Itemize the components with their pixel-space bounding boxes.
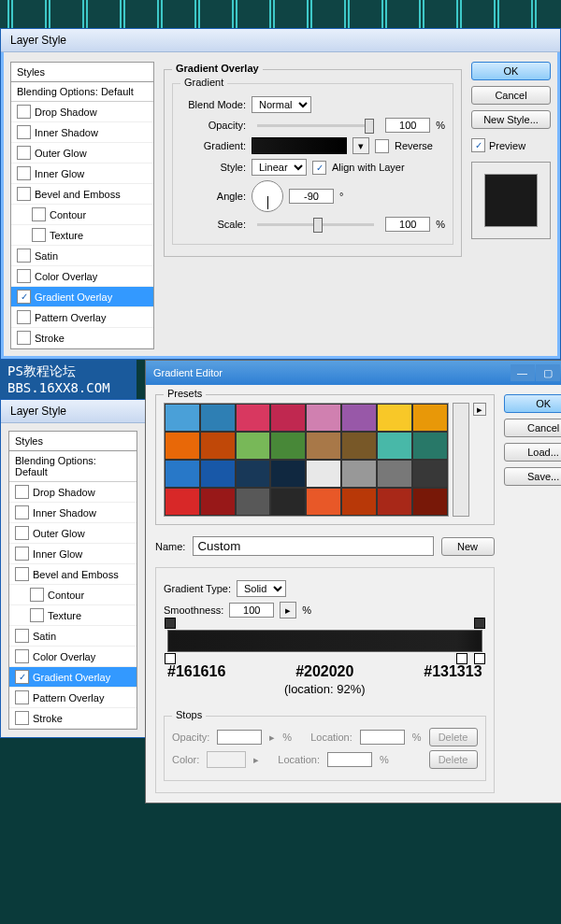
blend-mode-select[interactable]: Normal bbox=[252, 96, 311, 113]
gradient-preview[interactable] bbox=[252, 137, 347, 154]
style-checkbox[interactable] bbox=[15, 567, 29, 581]
style-item-inner-shadow[interactable]: Inner Shadow bbox=[9, 503, 137, 523]
style-checkbox[interactable] bbox=[15, 649, 29, 663]
load-button[interactable]: Load... bbox=[504, 443, 561, 462]
style-item-inner-shadow[interactable]: Inner Shadow bbox=[11, 122, 153, 143]
styles-header[interactable]: Styles bbox=[11, 63, 153, 82]
blending-options[interactable]: Blending Options: Default bbox=[9, 451, 137, 482]
preset-swatch[interactable] bbox=[165, 488, 200, 516]
preset-swatch[interactable] bbox=[165, 460, 200, 488]
opacity-stop-left[interactable] bbox=[165, 618, 176, 629]
angle-input[interactable] bbox=[289, 189, 334, 204]
preset-swatch[interactable] bbox=[412, 460, 448, 488]
preset-swatch[interactable] bbox=[412, 404, 448, 432]
style-item-satin[interactable]: Satin bbox=[9, 626, 137, 647]
preset-swatch[interactable] bbox=[270, 404, 306, 432]
preset-swatch[interactable] bbox=[236, 432, 271, 460]
scale-input[interactable] bbox=[385, 217, 430, 232]
style-item-drop-shadow[interactable]: Drop Shadow bbox=[9, 482, 137, 503]
preset-swatch[interactable] bbox=[236, 488, 271, 516]
style-item-gradient-overlay[interactable]: ✓Gradient Overlay bbox=[11, 287, 153, 307]
preset-swatch[interactable] bbox=[341, 404, 377, 432]
opacity-slider[interactable] bbox=[257, 124, 374, 127]
preset-swatch[interactable] bbox=[306, 404, 341, 432]
minimize-icon[interactable]: — bbox=[511, 364, 535, 381]
preset-swatch[interactable] bbox=[306, 432, 341, 460]
opacity-input[interactable] bbox=[385, 118, 430, 133]
preview-checkbox[interactable]: ✓ bbox=[471, 138, 485, 152]
maximize-icon[interactable]: ▢ bbox=[536, 364, 560, 381]
style-checkbox[interactable] bbox=[15, 505, 29, 519]
style-checkbox[interactable] bbox=[17, 310, 31, 324]
style-item-satin[interactable]: Satin bbox=[11, 246, 153, 266]
style-checkbox[interactable] bbox=[15, 629, 29, 643]
preset-swatch[interactable] bbox=[341, 432, 377, 460]
style-item-outer-glow[interactable]: Outer Glow bbox=[9, 523, 137, 544]
style-item-texture[interactable]: Texture bbox=[11, 225, 153, 246]
style-checkbox[interactable] bbox=[17, 166, 31, 180]
preset-swatch[interactable] bbox=[165, 404, 200, 432]
preset-swatch[interactable] bbox=[306, 488, 341, 516]
preset-swatch[interactable] bbox=[200, 432, 236, 460]
style-item-bevel-and-emboss[interactable]: Bevel and Emboss bbox=[9, 564, 137, 585]
style-select[interactable]: Linear bbox=[252, 159, 307, 176]
preset-swatch[interactable] bbox=[377, 432, 412, 460]
styles-header[interactable]: Styles bbox=[9, 432, 137, 451]
style-item-contour[interactable]: Contour bbox=[11, 205, 153, 225]
style-checkbox[interactable] bbox=[17, 269, 31, 283]
preset-swatch[interactable] bbox=[200, 488, 236, 516]
style-item-stroke[interactable]: Stroke bbox=[11, 328, 153, 348]
gradient-dropdown-icon[interactable]: ▾ bbox=[352, 137, 369, 154]
reverse-checkbox[interactable] bbox=[375, 139, 389, 153]
style-item-gradient-overlay[interactable]: ✓Gradient Overlay bbox=[9, 667, 137, 688]
preset-swatch[interactable] bbox=[270, 432, 306, 460]
style-checkbox[interactable] bbox=[15, 690, 29, 704]
blending-options[interactable]: Blending Options: Default bbox=[11, 82, 153, 102]
style-checkbox[interactable] bbox=[17, 105, 31, 119]
style-item-inner-glow[interactable]: Inner Glow bbox=[9, 544, 137, 564]
style-checkbox[interactable]: ✓ bbox=[15, 670, 29, 684]
opacity-stop-right[interactable] bbox=[474, 618, 485, 629]
preset-swatch[interactable] bbox=[377, 404, 412, 432]
style-checkbox[interactable] bbox=[30, 588, 44, 602]
gradient-bar[interactable] bbox=[167, 630, 482, 652]
cancel-button[interactable]: Cancel bbox=[504, 419, 561, 437]
style-checkbox[interactable]: ✓ bbox=[17, 290, 31, 304]
style-checkbox[interactable] bbox=[17, 331, 31, 345]
preset-swatch[interactable] bbox=[270, 488, 306, 516]
style-item-color-overlay[interactable]: Color Overlay bbox=[9, 647, 137, 667]
preset-swatch[interactable] bbox=[270, 460, 306, 488]
preset-menu-icon[interactable]: ▸ bbox=[473, 403, 486, 416]
preset-swatch[interactable] bbox=[200, 404, 236, 432]
style-checkbox[interactable] bbox=[17, 146, 31, 160]
preset-swatch[interactable] bbox=[412, 488, 448, 516]
style-checkbox[interactable] bbox=[17, 125, 31, 139]
preset-swatch[interactable] bbox=[306, 460, 341, 488]
preset-swatch[interactable] bbox=[200, 460, 236, 488]
scale-slider[interactable] bbox=[257, 223, 374, 226]
style-checkbox[interactable] bbox=[15, 547, 29, 561]
new-style-button[interactable]: New Style... bbox=[471, 110, 551, 129]
smoothness-input[interactable] bbox=[229, 603, 274, 618]
style-checkbox[interactable] bbox=[15, 485, 29, 499]
angle-wheel[interactable] bbox=[252, 180, 283, 212]
style-item-pattern-overlay[interactable]: Pattern Overlay bbox=[11, 307, 153, 328]
style-item-color-overlay[interactable]: Color Overlay bbox=[11, 266, 153, 287]
preset-scrollbar[interactable] bbox=[453, 403, 469, 517]
preset-swatch[interactable] bbox=[236, 404, 271, 432]
style-item-bevel-and-emboss[interactable]: Bevel and Emboss bbox=[11, 184, 153, 205]
name-input[interactable] bbox=[193, 536, 433, 556]
style-item-contour[interactable]: Contour bbox=[9, 585, 137, 605]
style-item-outer-glow[interactable]: Outer Glow bbox=[11, 143, 153, 163]
preset-swatch[interactable] bbox=[341, 460, 377, 488]
preset-swatch[interactable] bbox=[165, 432, 200, 460]
gradient-type-select[interactable]: Solid bbox=[237, 580, 286, 597]
preset-grid[interactable] bbox=[164, 403, 449, 517]
new-button[interactable]: New bbox=[441, 537, 495, 556]
preset-swatch[interactable] bbox=[412, 432, 448, 460]
align-checkbox[interactable]: ✓ bbox=[312, 161, 326, 175]
style-checkbox[interactable] bbox=[32, 207, 46, 221]
style-checkbox[interactable] bbox=[15, 526, 29, 540]
style-item-pattern-overlay[interactable]: Pattern Overlay bbox=[9, 688, 137, 708]
style-checkbox[interactable] bbox=[15, 711, 29, 725]
